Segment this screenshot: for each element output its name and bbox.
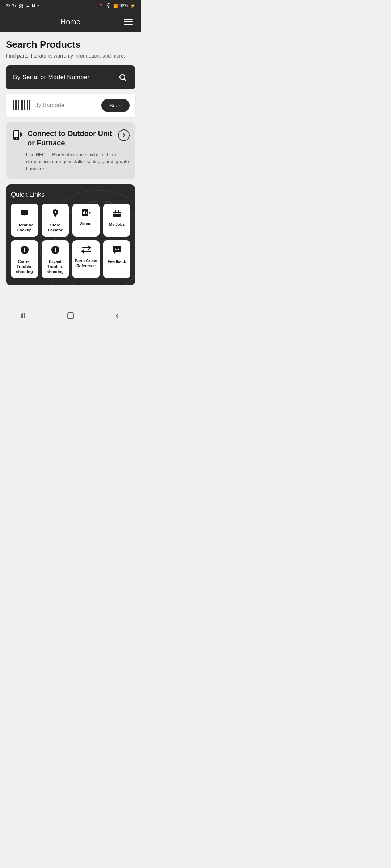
status-right: 📍 📶 92% ⚡	[98, 3, 135, 9]
quick-link-carrier-troubleshooting[interactable]: Carrier Trouble-shooting	[11, 240, 38, 278]
quick-link-parts-cross-reference[interactable]: Parts Cross Reference	[72, 240, 100, 278]
quick-link-store-locator-label: Store Locator	[44, 222, 67, 233]
hamburger-menu-button[interactable]	[122, 17, 134, 26]
quick-link-literature-label: Literature Lookup	[13, 222, 36, 233]
scan-button[interactable]: Scan	[101, 99, 130, 112]
main-content: Search Products Find parts, literature, …	[0, 32, 141, 298]
book-icon	[20, 209, 29, 220]
dot-indicator: •	[37, 3, 39, 8]
hamburger-line-2	[124, 21, 133, 22]
video-icon	[81, 209, 91, 218]
barcode-icon	[12, 100, 30, 110]
charging-icon: ⚡	[130, 3, 135, 8]
chat-icon	[112, 245, 122, 256]
svg-rect-3	[14, 131, 18, 137]
svg-point-22	[118, 248, 119, 250]
svg-point-4	[16, 138, 17, 139]
search-section: Search Products Find parts, literature, …	[6, 39, 135, 285]
hamburger-line-1	[124, 19, 133, 20]
search-model-icon	[117, 72, 128, 83]
location-icon: 📍	[98, 3, 104, 8]
photo-icon: 🖼	[19, 3, 23, 8]
svg-rect-26	[68, 313, 73, 319]
svg-rect-12	[116, 213, 118, 214]
arrows-exchange-icon	[81, 245, 91, 255]
barcode-label: By Barcode	[34, 102, 64, 109]
scan-button-label: Scan	[109, 102, 122, 109]
quick-link-parts-cross-reference-label: Parts Cross Reference	[75, 258, 97, 269]
quick-link-feedback[interactable]: Feedback	[103, 240, 130, 278]
svg-marker-9	[89, 211, 91, 214]
quick-link-my-jobs-label: My Jobs	[109, 222, 125, 227]
location-pin-icon	[51, 209, 60, 220]
connect-card-header: Connect to Outdoor Unit or Furnace	[12, 129, 130, 148]
svg-line-1	[125, 79, 126, 81]
svg-point-21	[116, 248, 117, 250]
phone-nfc-icon	[12, 129, 23, 144]
status-bar: 23:37 🖼 ☁ M • 📍 📶 92% ⚡	[0, 0, 141, 12]
app-header: Home	[0, 12, 141, 32]
bryant-alert-icon	[51, 245, 60, 256]
svg-point-18	[55, 251, 56, 252]
back-button[interactable]	[110, 309, 125, 323]
battery-text: 92%	[119, 3, 128, 8]
quick-link-my-jobs[interactable]: My Jobs	[103, 204, 130, 237]
briefcase-icon	[112, 209, 122, 219]
header-title: Home	[60, 18, 80, 26]
connect-to-outdoor-card[interactable]: Connect to Outdoor Unit or Furnace Use N…	[6, 122, 135, 179]
barcode-search-row: By Barcode Scan	[6, 94, 135, 117]
quick-link-carrier-label: Carrier Trouble-shooting	[13, 259, 36, 275]
quick-link-videos[interactable]: Videos	[72, 204, 100, 237]
connect-card-title: Connect to Outdoor Unit or Furnace	[28, 129, 118, 148]
connect-card-description: Use NFC or Bluetooth connectivity to che…	[26, 151, 130, 173]
status-time: 23:37	[6, 3, 17, 8]
search-by-model-button[interactable]: By Serial or Model Number	[6, 65, 135, 89]
status-left: 23:37 🖼 ☁ M •	[6, 3, 39, 8]
svg-point-15	[24, 251, 25, 252]
quick-links-section: Quick Links Literature Lookup	[6, 184, 135, 285]
bottom-navigation	[0, 306, 141, 326]
quick-links-grid: Literature Lookup Store Locator	[11, 204, 130, 278]
quick-link-store-locator[interactable]: Store Locator	[42, 204, 69, 237]
recent-apps-button[interactable]	[16, 309, 31, 323]
home-button[interactable]	[63, 309, 78, 323]
quick-links-title: Quick Links	[11, 191, 130, 199]
wifi-icon	[106, 3, 112, 9]
search-title: Search Products	[6, 39, 135, 50]
phone-signal-icon: 📶	[113, 4, 118, 8]
quick-link-literature-lookup[interactable]: Literature Lookup	[11, 204, 38, 237]
gmail-icon: M	[32, 4, 35, 8]
svg-point-20	[115, 248, 116, 250]
hamburger-line-3	[124, 24, 133, 25]
quick-link-videos-label: Videos	[80, 221, 93, 226]
connect-card-title-row: Connect to Outdoor Unit or Furnace	[12, 129, 118, 148]
connect-chevron-icon	[118, 129, 130, 141]
quick-link-feedback-label: Feedback	[108, 259, 126, 264]
search-subtitle: Find parts, literature, warranty informa…	[6, 52, 135, 60]
search-model-label: By Serial or Model Number	[13, 74, 90, 81]
quick-link-bryant-label: Bryant Trouble-shooting	[44, 259, 67, 275]
svg-point-0	[120, 75, 125, 80]
carrier-alert-icon	[20, 245, 29, 256]
barcode-left: By Barcode	[12, 100, 64, 110]
cloud-icon: ☁	[25, 3, 30, 8]
quick-link-bryant-troubleshooting[interactable]: Bryant Trouble-shooting	[42, 240, 69, 278]
